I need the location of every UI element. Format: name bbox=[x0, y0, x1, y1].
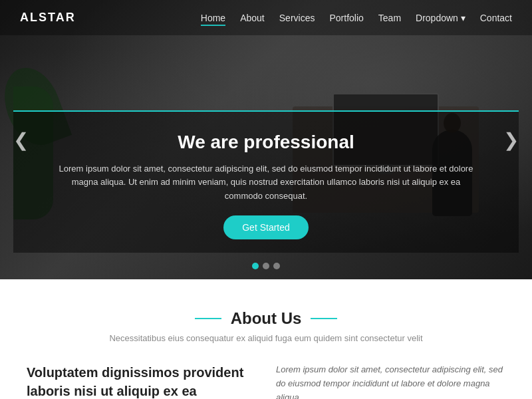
nav-link-portfolio[interactable]: Portfolio bbox=[329, 13, 363, 23]
nav-link-team[interactable]: Team bbox=[378, 13, 401, 23]
about-right-col: Lorem ipsum dolor sit amet, consectetur … bbox=[276, 363, 505, 399]
hero-title: We are professional bbox=[178, 132, 354, 153]
nav-item-home[interactable]: Home bbox=[201, 12, 225, 24]
hero-dot-2[interactable] bbox=[263, 263, 269, 269]
nav-link-about[interactable]: About bbox=[240, 13, 265, 23]
nav-link-dropdown[interactable]: Dropdown ▾ bbox=[416, 13, 466, 23]
nav-item-team[interactable]: Team bbox=[378, 12, 401, 24]
section-title: About Us bbox=[27, 309, 505, 328]
nav-link-contact[interactable]: Contact bbox=[480, 13, 512, 23]
nav-item-dropdown[interactable]: Dropdown ▾ bbox=[416, 12, 466, 24]
section-subtitle: Necessitatibus eius consequatur ex aliqu… bbox=[27, 333, 505, 343]
nav-item-portfolio[interactable]: Portfolio bbox=[329, 12, 363, 24]
nav-item-services[interactable]: Services bbox=[279, 12, 315, 24]
nav-item-contact[interactable]: Contact bbox=[480, 12, 512, 24]
hero-dot-3[interactable] bbox=[273, 263, 280, 269]
nav-item-about[interactable]: About bbox=[240, 12, 265, 24]
navbar: ALSTAR Home About Services Portfolio Tea… bbox=[0, 0, 532, 35]
hero-prev-arrow[interactable]: ❮ bbox=[7, 122, 35, 158]
hero-dots bbox=[252, 263, 280, 269]
about-left-title: Voluptatem dignissimos provident laboris… bbox=[27, 363, 256, 399]
hero-content-box: We are professional Lorem ipsum dolor si… bbox=[13, 110, 519, 253]
section-header: About Us Necessitatibus eius consequatur… bbox=[27, 309, 505, 343]
nav-link-services[interactable]: Services bbox=[279, 13, 315, 23]
about-right-text: Lorem ipsum dolor sit amet, consectetur … bbox=[276, 363, 505, 399]
hero-description: Lorem ipsum dolor sit amet, consectetur … bbox=[53, 162, 479, 203]
about-section: About Us Necessitatibus eius consequatur… bbox=[0, 279, 532, 399]
hero-dot-1[interactable] bbox=[252, 263, 259, 269]
hero-cta-button[interactable]: Get Started bbox=[223, 215, 309, 239]
nav-links: Home About Services Portfolio Team Dropd… bbox=[201, 12, 512, 24]
brand-logo[interactable]: ALSTAR bbox=[20, 11, 76, 25]
about-left-col: Voluptatem dignissimos provident laboris… bbox=[27, 363, 256, 399]
hero-section: ❮ ❯ We are professional Lorem ipsum dolo… bbox=[0, 0, 532, 279]
hero-next-arrow[interactable]: ❯ bbox=[497, 122, 525, 158]
nav-link-home[interactable]: Home bbox=[201, 13, 225, 26]
about-grid: Voluptatem dignissimos provident laboris… bbox=[27, 363, 505, 399]
